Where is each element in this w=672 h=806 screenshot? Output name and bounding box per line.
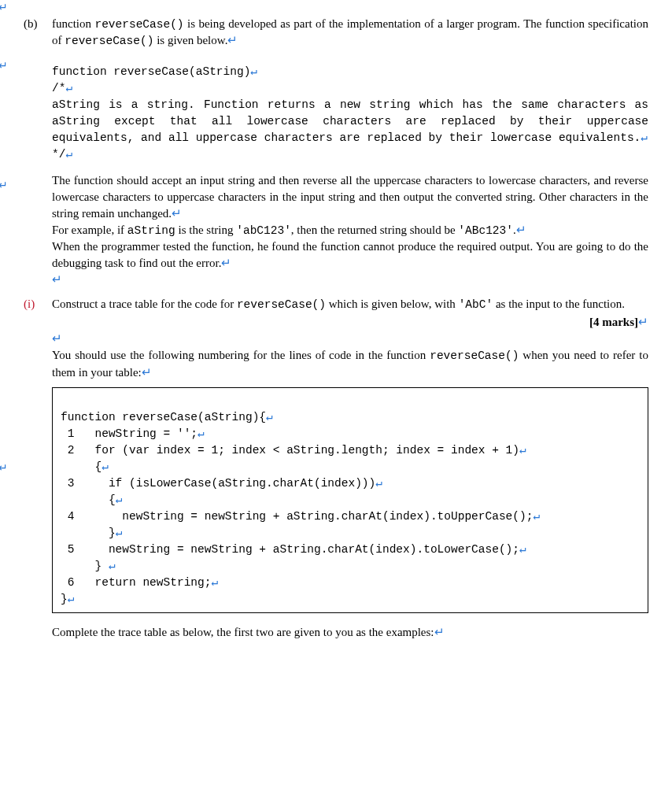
code-r2: ↵: [519, 444, 526, 457]
spec-l2: /*: [52, 82, 65, 94]
desc-p2a: For example, if: [52, 224, 127, 236]
i-use-ret: ↵: [142, 366, 152, 379]
b-code1: reverseCase(): [94, 18, 183, 31]
spec-r1: ↵: [250, 65, 257, 78]
marks-line: [4 marks]↵: [52, 314, 648, 331]
code-l6: 4 newString = newString + aString.charAt…: [61, 510, 533, 523]
i-ret1: ↵: [52, 331, 648, 347]
i-code2: 'AbC': [459, 298, 493, 311]
b-code2: reverseCase(): [65, 35, 153, 47]
desc-p3r: ↵: [516, 224, 526, 236]
desc-p4r: ↵: [221, 257, 231, 269]
b-ret: ↵: [227, 34, 238, 46]
spec-l1: function reverseCase(aString): [52, 65, 250, 78]
code-l11: }: [61, 593, 68, 605]
code-r1: ↵: [198, 427, 205, 440]
desc-p5: ↵: [52, 272, 648, 288]
code-r4: ↵: [375, 477, 382, 490]
code-r9: ↵: [109, 560, 116, 572]
code-l0: function reverseCase(aString){: [61, 411, 266, 423]
code-r5: ↵: [116, 494, 123, 506]
complete-line: Complete the trace table as below, the f…: [52, 624, 648, 641]
label-i: (i): [24, 296, 52, 312]
code-r0: ↵: [266, 411, 273, 423]
desc-p2d: 'abC123': [236, 224, 291, 237]
complete-ret: ↵: [434, 626, 445, 638]
return-marker-left3: ↵: [0, 460, 8, 476]
code-r7: ↵: [116, 527, 123, 539]
code-l2: 2 for (var index = 1; index < aString.le…: [61, 444, 519, 457]
return-marker-top: ↵: [0, 0, 8, 16]
i-t2: which is given below, with: [326, 298, 459, 310]
section-b: (b) function reverseCase() is being deve…: [24, 16, 648, 50]
text-i: Construct a trace table for the code for…: [52, 296, 648, 312]
desc-p1: The function should accept an input stri…: [52, 172, 648, 222]
desc-p5r: ↵: [52, 273, 62, 286]
code-r6: ↵: [533, 510, 540, 523]
b-t1: function: [52, 17, 94, 30]
b-t3: is given below.: [153, 34, 227, 46]
i-t1: Construct a trace table for the code for: [52, 298, 237, 310]
i-use: You should use the following numbering f…: [52, 347, 648, 380]
desc-p1r: ↵: [172, 207, 182, 220]
code-l5: {: [61, 494, 116, 506]
marks-text: [4 marks]: [589, 316, 638, 328]
code-l4: 3 if (isLowerCase(aString.charAt(index))…: [61, 477, 375, 490]
desc-p2b: aString: [127, 224, 175, 237]
spec-rb: ↵: [641, 131, 648, 144]
desc-p1a: The function should accept an input stri…: [52, 174, 648, 220]
code-l10: 6 return newString;: [61, 576, 211, 589]
code-l3: {: [61, 460, 102, 473]
desc-p4: When the programmer tested the function,…: [52, 238, 648, 272]
spec-l3: */: [52, 148, 65, 161]
i-t3: as the input to the function.: [493, 298, 625, 310]
section-i: (i) Construct a trace table for the code…: [24, 296, 648, 312]
code-l1: 1 newString = '';: [61, 427, 198, 440]
desc-p2: For example, if aString is the string 'a…: [52, 222, 648, 238]
code-r8: ↵: [519, 543, 526, 556]
code-l9: }: [61, 560, 109, 572]
desc-p2e: , then the returned string should be: [291, 224, 458, 236]
spec-body: aString is a string. Function returns a …: [52, 98, 648, 144]
function-spec-block: function reverseCase(aString)↵ /*↵ aStri…: [52, 64, 648, 163]
desc-p2c: is the string: [175, 224, 237, 236]
code-r3: ↵: [102, 460, 109, 473]
i-ret1s: ↵: [52, 332, 62, 345]
spec-r2: ↵: [65, 82, 72, 94]
marks-ret: ↵: [638, 316, 648, 328]
return-marker-left2: ↵: [0, 178, 8, 194]
code-r11: ↵: [68, 593, 75, 605]
code-l7: }: [61, 527, 116, 539]
code-box: function reverseCase(aString){↵ 1 newStr…: [52, 387, 648, 613]
return-marker-left1: ↵: [0, 58, 8, 74]
i-code1: reverseCase(): [237, 298, 326, 311]
label-b: (b): [24, 16, 52, 50]
code-r10: ↵: [211, 576, 218, 589]
desc-p3a: 'ABc123': [458, 224, 513, 237]
desc-p4t: When the programmer tested the function,…: [52, 240, 648, 269]
text-b: function reverseCase() is being develope…: [52, 16, 648, 50]
complete-text: Complete the trace table as below, the f…: [52, 626, 434, 638]
i-use1: You should use the following numbering f…: [52, 349, 430, 361]
code-l8: 5 newString = newString + aString.charAt…: [61, 543, 519, 556]
spec-r3: ↵: [65, 148, 72, 161]
i-use2: reverseCase(): [430, 349, 519, 362]
